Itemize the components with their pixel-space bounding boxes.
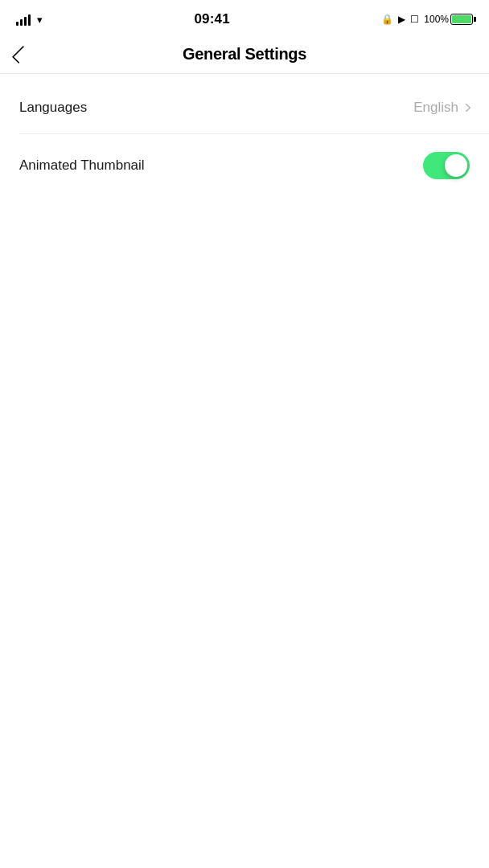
battery-fill	[452, 15, 471, 23]
languages-right: English	[413, 100, 470, 116]
languages-row[interactable]: Languages English	[0, 82, 489, 133]
settings-list: Languages English Animated Thumbnail	[0, 74, 489, 205]
battery-percent: 100%	[424, 14, 449, 25]
animated-thumbnail-right	[423, 152, 470, 179]
signal-bars	[16, 13, 31, 26]
animated-thumbnail-toggle[interactable]	[423, 152, 470, 179]
animated-thumbnail-row: Animated Thumbnail	[0, 134, 489, 197]
back-button[interactable]	[13, 43, 29, 66]
battery-container: 100%	[424, 14, 473, 25]
page-header: General Settings	[0, 35, 489, 74]
location-icon: ▶	[398, 14, 405, 25]
back-chevron-icon	[12, 45, 31, 63]
status-bar: ▾ 09:41 🔒 ▶ ☐ 100%	[0, 0, 489, 35]
animated-thumbnail-label: Animated Thumbnail	[19, 158, 145, 174]
screen-mirror-icon: ☐	[410, 14, 419, 25]
wifi-icon: ▾	[37, 14, 43, 26]
lock-icon: 🔒	[381, 14, 393, 25]
signal-bar-2	[20, 19, 23, 26]
languages-value: English	[413, 100, 458, 116]
toggle-knob	[445, 154, 467, 177]
signal-bar-4	[28, 14, 31, 26]
signal-bar-1	[16, 22, 18, 26]
status-right: 🔒 ▶ ☐ 100%	[381, 14, 473, 25]
status-left: ▾	[16, 13, 43, 26]
battery-icon	[450, 14, 473, 25]
chevron-right-icon	[462, 103, 471, 112]
languages-label: Languages	[19, 100, 87, 116]
signal-bar-3	[24, 17, 27, 26]
page-title: General Settings	[183, 45, 306, 63]
status-time: 09:41	[194, 11, 229, 27]
